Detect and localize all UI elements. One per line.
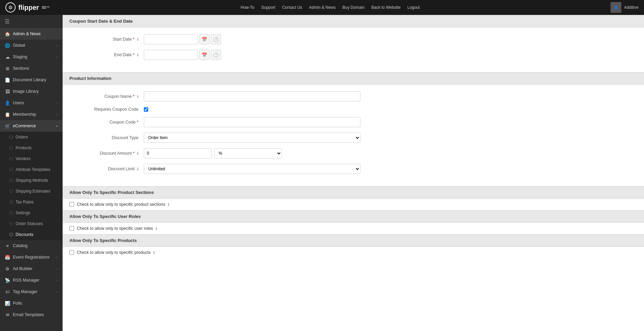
info-icon[interactable]: ℹ	[137, 94, 138, 98]
layout: ☰ 🏠 Admin & News 🌐 Global › ☁ Staging ‹ …	[0, 15, 644, 331]
chevron-right-icon: ›	[57, 256, 58, 259]
chevron-right-icon: ›	[57, 279, 58, 282]
sidebar-item-event-registrations[interactable]: 📅 Event Registrations ›	[0, 251, 63, 263]
end-date-input[interactable]	[144, 50, 198, 60]
required-indicator: *	[133, 151, 135, 156]
discount-limit-label: Discount Limit ℹ	[76, 167, 144, 171]
discount-unit-select[interactable]: % $ Fixed	[214, 148, 282, 158]
user-menu: 👤 Additive	[610, 2, 639, 13]
nav-support[interactable]: Support	[261, 5, 275, 10]
cloud-icon: ☁	[5, 54, 10, 60]
info-icon[interactable]: ℹ	[137, 53, 138, 57]
nav-admin-news[interactable]: Admin & News	[309, 5, 336, 10]
top-nav-links: How-To Support Contact Us Admin & News B…	[241, 5, 420, 10]
sidebar-label: Settings	[16, 211, 30, 215]
sidebar-subitem-orders[interactable]: Orders	[0, 132, 63, 142]
event-icon: 📅	[5, 255, 10, 260]
sidebar-item-admin-news[interactable]: 🏠 Admin & News	[0, 28, 63, 40]
discount-limit-select[interactable]: Unlimited 1 2 5 10	[144, 164, 360, 174]
info-icon[interactable]: ℹ	[153, 250, 155, 255]
hamburger-menu-icon[interactable]: ☰	[0, 15, 63, 28]
sidebar-item-rss-manager[interactable]: 📡 RSS Manager ›	[0, 274, 63, 286]
sidebar-item-ecommerce[interactable]: 🛒 eCommerce ▾	[0, 120, 63, 132]
ecommerce-submenu: Orders Products Vendors Attribute Templa…	[0, 132, 63, 240]
product-info-form: Coupon Name * ℹ Requires Coupon Code Cou…	[63, 85, 644, 186]
sidebar-label: Vendors	[16, 156, 30, 161]
sidebar-label: Catalog	[13, 243, 27, 248]
end-date-calendar-button[interactable]: 📅	[199, 50, 209, 60]
sidebar-subitem-tax-rates[interactable]: Tax Rates	[0, 197, 63, 207]
sidebar-item-membership[interactable]: 📋 Membership ›	[0, 109, 63, 120]
chevron-down-icon: ▾	[56, 124, 58, 128]
sidebar-item-tag-manager[interactable]: 🏷 Tag Manager ›	[0, 286, 63, 297]
info-icon[interactable]: ℹ	[168, 202, 169, 207]
sidebar-item-email-templates[interactable]: ✉ Email Templates	[0, 309, 63, 321]
discount-amount-group: % $ Fixed	[144, 148, 282, 158]
specific-user-roles-label: Check to allow only to specific user rol…	[77, 226, 153, 231]
sidebar-item-document-library[interactable]: 📄 Document Library	[0, 74, 63, 86]
nav-logout[interactable]: Logout	[407, 5, 420, 10]
sidebar-label: Attribute Templates	[16, 167, 50, 172]
sidebar-label: Membership	[13, 112, 36, 117]
sidebar-item-image-library[interactable]: 🖼 Image Library	[0, 86, 63, 97]
sidebar-subitem-attribute-templates[interactable]: Attribute Templates	[0, 164, 63, 175]
sidebar-item-staging[interactable]: ☁ Staging ‹	[0, 51, 63, 63]
sub-bullet-icon	[9, 233, 13, 236]
sub-bullet-icon	[9, 211, 13, 215]
start-date-time-button[interactable]: 🕐	[211, 34, 221, 44]
sidebar-label: Users	[13, 101, 24, 105]
chevron-right-icon: ›	[57, 101, 58, 105]
sidebar-subitem-discounts[interactable]: Discounts	[0, 229, 63, 240]
sidebar-subitem-shipping-methods[interactable]: Shipping Methods	[0, 175, 63, 186]
sidebar-item-ad-builder[interactable]: ⚙ Ad Builder ›	[0, 263, 63, 274]
sidebar-label: Global	[13, 43, 25, 48]
start-date-input-group: 📅 🕐	[144, 34, 221, 44]
avatar: 👤	[610, 2, 621, 13]
sidebar-subitem-products[interactable]: Products	[0, 142, 63, 153]
membership-icon: 📋	[5, 112, 10, 117]
discount-amount-input[interactable]	[144, 148, 212, 158]
sidebar-label: Email Templates	[13, 312, 44, 317]
info-icon[interactable]: ℹ	[137, 37, 138, 41]
end-date-time-button[interactable]: 🕐	[211, 50, 221, 60]
start-date-calendar-button[interactable]: 📅	[199, 34, 209, 44]
nav-contact-us[interactable]: Contact Us	[282, 5, 302, 10]
coupon-name-input[interactable]	[144, 91, 360, 102]
avatar-icon: 👤	[614, 6, 618, 9]
discount-amount-label: Discount Amount * ℹ	[76, 151, 144, 156]
nav-buy-domain[interactable]: Buy Domain	[342, 5, 364, 10]
sidebar-label: Event Registrations	[13, 255, 49, 260]
sidebar-subitem-vendors[interactable]: Vendors	[0, 153, 63, 164]
sidebar-item-polls[interactable]: 📊 Polls	[0, 297, 63, 309]
info-icon[interactable]: ℹ	[156, 226, 157, 231]
required-indicator: *	[133, 52, 135, 57]
sidebar-subitem-order-statuses[interactable]: Order Statuses	[0, 218, 63, 229]
info-icon[interactable]: ℹ	[137, 151, 138, 155]
sidebar-label: eCommerce	[13, 124, 36, 128]
global-icon: 🌐	[5, 43, 10, 48]
info-icon[interactable]: ℹ	[137, 167, 138, 171]
sidebar-item-users[interactable]: 👤 Users ›	[0, 97, 63, 109]
users-icon: 👤	[5, 100, 10, 106]
sidebar-item-catalog[interactable]: ≡ Catalog	[0, 240, 63, 251]
nav-how-to[interactable]: How-To	[241, 5, 254, 10]
sidebar-subitem-settings[interactable]: Settings	[0, 207, 63, 218]
specific-products-label: Check to allow only to specific products	[77, 250, 151, 255]
sidebar-label: Tax Rates	[16, 200, 34, 204]
sidebar-item-sections[interactable]: ⊞ Sections	[0, 63, 63, 74]
specific-user-roles-checkbox[interactable]	[69, 226, 74, 231]
sidebar-item-global[interactable]: 🌐 Global ›	[0, 40, 63, 51]
specific-products-checkbox[interactable]	[69, 250, 74, 255]
sidebar-label: RSS Manager	[13, 278, 40, 283]
sections-icon: ⊞	[5, 66, 10, 71]
sidebar-label: Orders	[16, 135, 28, 139]
chevron-right-icon: ‹	[57, 55, 58, 59]
nav-back-to-website[interactable]: Back to Website	[371, 5, 400, 10]
requires-coupon-code-checkbox[interactable]	[144, 107, 148, 112]
specific-product-sections-checkbox[interactable]	[69, 202, 74, 207]
requires-coupon-checkbox-group	[144, 107, 148, 112]
coupon-code-input[interactable]	[144, 117, 360, 127]
start-date-input[interactable]	[144, 34, 198, 44]
sidebar-subitem-shipping-estimates[interactable]: Shipping Estimates	[0, 186, 63, 197]
discount-type-select[interactable]: Order Item Order Shipping	[144, 133, 360, 143]
